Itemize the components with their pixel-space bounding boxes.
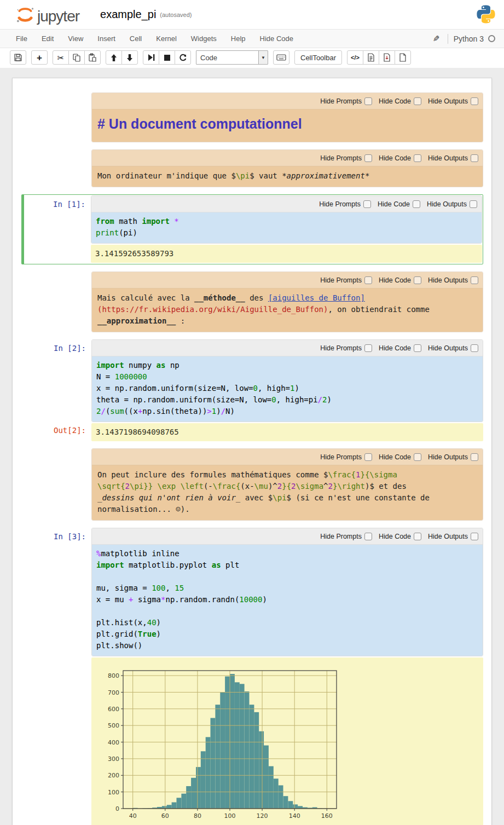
code-cell-5[interactable]: In [2]:Hide PromptsHide CodeHide Outputs… <box>25 339 483 441</box>
svg-text:800: 800 <box>108 672 119 679</box>
move-down-button[interactable] <box>121 50 138 65</box>
menu-widgets[interactable]: Widgets <box>184 30 224 47</box>
hide-outputs-checkbox[interactable] <box>471 344 478 352</box>
hide-code-checkbox[interactable] <box>413 200 420 208</box>
hide-code-checkbox[interactable] <box>414 533 421 540</box>
menu-cell[interactable]: Cell <box>123 30 149 47</box>
cell-toolbar: Hide PromptsHide CodeHide Outputs <box>91 196 482 212</box>
hide-prompts-checkbox[interactable] <box>364 453 372 461</box>
run-button[interactable] <box>143 50 159 65</box>
hide-outputs-checkbox[interactable] <box>470 200 477 208</box>
menu-kernel[interactable]: Kernel <box>149 30 184 47</box>
code-editor[interactable]: %matplotlib inlineimport matplotlib.pypl… <box>92 545 483 656</box>
cell-toolbar-label: Hide Outputs <box>428 154 468 162</box>
code-editor[interactable]: from math import *print(pi) <box>91 212 482 243</box>
svg-text:200: 200 <box>108 772 119 779</box>
svg-text:60: 60 <box>161 812 169 820</box>
svg-text:160: 160 <box>321 812 333 820</box>
notebook-title[interactable]: example_pi <box>100 8 156 21</box>
text-file-export-button[interactable] <box>363 50 379 65</box>
output-prompt <box>25 656 91 825</box>
save-icon <box>14 53 22 62</box>
hide-code-checkbox[interactable] <box>414 453 421 461</box>
notebook-toolbar: +✂Code▼CellToolbar</> <box>0 48 504 68</box>
hide-prompts-checkbox[interactable] <box>364 276 372 284</box>
menu-help[interactable]: Help <box>224 30 253 47</box>
keyboard-button[interactable] <box>273 50 289 65</box>
cell-toolbar-label: Hide Prompts <box>320 344 362 352</box>
jupyter-logo[interactable]: jupyter <box>15 4 79 25</box>
toolbar-group: + <box>31 50 48 65</box>
code-editor[interactable]: import numpy as npN = 1000000x = np.rand… <box>92 356 483 422</box>
menubar: FileEditViewInsertCellKernelWidgetsHelpH… <box>0 30 504 48</box>
restart-button[interactable] <box>175 50 191 65</box>
markdown-cell-2[interactable]: Hide PromptsHide CodeHide OutputsMon ord… <box>25 149 483 187</box>
markdown-cell-4[interactable]: Hide PromptsHide CodeHide OutputsMais ca… <box>25 272 483 332</box>
hide-outputs-checkbox[interactable] <box>471 453 478 461</box>
cell-toolbar-label: Hide Prompts <box>319 200 361 208</box>
hide-code-checkbox[interactable] <box>414 97 421 105</box>
menu-edit[interactable]: Edit <box>34 30 61 47</box>
hide-code-checkbox[interactable] <box>414 276 421 284</box>
hide-outputs-checkbox[interactable] <box>471 276 478 284</box>
cell-toolbar-label: Hide Prompts <box>320 97 362 105</box>
blank-file-button[interactable] <box>395 50 411 65</box>
input-prompt <box>25 448 91 521</box>
markdown-cell-6[interactable]: Hide PromptsHide CodeHide OutputsOn peut… <box>25 448 483 521</box>
markdown-editor[interactable]: Mon ordinateur m'indique que $\pi$ vaut … <box>92 166 483 187</box>
markdown-editor[interactable]: Mais calculé avec la __méthode__ des [ai… <box>92 289 483 332</box>
cut-icon: ✂ <box>57 54 65 62</box>
cell-type-select[interactable]: Code▼ <box>196 50 268 65</box>
input-prompt: In [3]: <box>25 528 91 656</box>
output-prompt: Out[2]: <box>25 422 91 441</box>
toolbar-group <box>106 50 138 65</box>
input-prompt <box>25 149 91 187</box>
markdown-editor[interactable]: On peut inclure des formules mathématiqu… <box>92 465 483 520</box>
svg-text:600: 600 <box>108 706 119 713</box>
hide-code-checkbox[interactable] <box>414 344 421 352</box>
paste-button[interactable] <box>84 50 101 65</box>
cell-toolbar-label: Hide Code <box>379 276 411 284</box>
cell-toolbar-label: Hide Outputs <box>427 200 467 208</box>
hide-prompts-checkbox[interactable] <box>364 344 372 352</box>
input-prompt <box>25 93 91 142</box>
cell-toolbar-label: Hide Outputs <box>428 276 468 284</box>
hide-outputs-checkbox[interactable] <box>471 533 478 540</box>
celltoolbar-button[interactable]: CellToolbar <box>294 50 342 65</box>
markdown-cell-1[interactable]: Hide PromptsHide CodeHide Outputs# Un do… <box>25 93 483 142</box>
markdown-editor[interactable]: # Un document computationnel <box>92 109 483 142</box>
output-prompt <box>24 244 91 263</box>
stop-button[interactable] <box>159 50 175 65</box>
toolbar-group: ✂ <box>53 50 101 65</box>
menu-hide-code[interactable]: Hide Code <box>253 30 300 47</box>
move-up-button[interactable] <box>106 50 122 65</box>
hide-code-checkbox[interactable] <box>414 154 421 162</box>
menu-file[interactable]: File <box>9 30 34 47</box>
text-output: 3.141592653589793 <box>91 245 482 263</box>
menu-view[interactable]: View <box>61 30 90 47</box>
hide-outputs-checkbox[interactable] <box>471 97 478 105</box>
add-cell-button[interactable]: + <box>31 50 48 65</box>
jupyter-wordmark: jupyter <box>37 9 79 25</box>
autosave-status: (autosaved) <box>160 11 192 18</box>
python-logo <box>476 4 496 27</box>
hide-prompts-checkbox[interactable] <box>363 200 371 208</box>
menu-insert[interactable]: Insert <box>90 30 123 47</box>
hide-prompts-checkbox[interactable] <box>364 533 372 540</box>
svg-text:0: 0 <box>115 805 119 812</box>
code-cell-3[interactable]: In [1]:Hide PromptsHide CodeHide Outputs… <box>21 194 483 264</box>
code-export-button[interactable]: </> <box>347 50 363 65</box>
code-cell-7[interactable]: In [3]:Hide PromptsHide CodeHide Outputs… <box>25 528 483 825</box>
cell-toolbar: Hide PromptsHide CodeHide Outputs <box>92 272 483 289</box>
cut-button[interactable]: ✂ <box>53 50 69 65</box>
cell-toolbar-label: Hide Outputs <box>428 344 468 352</box>
restart-icon <box>179 54 187 62</box>
pdf-export-button[interactable] <box>379 50 395 65</box>
hide-prompts-checkbox[interactable] <box>364 97 372 105</box>
hide-prompts-checkbox[interactable] <box>364 154 372 162</box>
cell-toolbar: Hide PromptsHide CodeHide Outputs <box>92 93 483 109</box>
hide-outputs-checkbox[interactable] <box>471 154 478 162</box>
toolbar-group <box>273 50 289 65</box>
save-button[interactable] <box>10 50 26 65</box>
copy-button[interactable] <box>68 50 85 65</box>
